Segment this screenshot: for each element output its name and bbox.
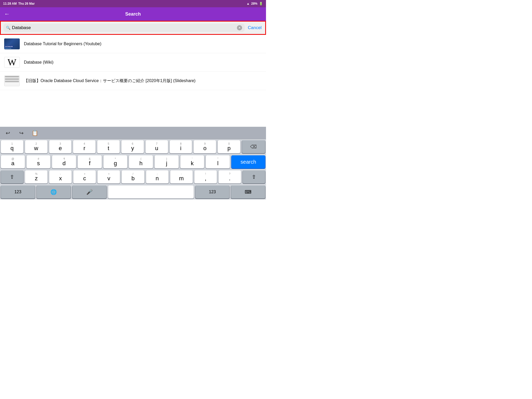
numbers-key-right[interactable]: 123 (195, 185, 230, 198)
key-r[interactable]: 4 r (73, 140, 96, 153)
keyboard: ↩ ↪ 📋 1 q 2 w 3 e 4 r 5 t 6 y 7 (0, 127, 266, 200)
paste-button[interactable]: 📋 (30, 128, 39, 138)
key-period[interactable]: ? . (218, 170, 241, 183)
search-icon: 🔍 (6, 26, 10, 30)
key-o[interactable]: 9 o (194, 140, 216, 153)
key-i[interactable]: 8 i (170, 140, 192, 153)
search-input[interactable] (12, 25, 235, 30)
key-g[interactable]: * g (103, 155, 128, 168)
key-a[interactable]: @ a (1, 155, 25, 168)
key-q[interactable]: 1 q (1, 140, 23, 153)
keyboard-row-3: ⇧ % z - x + c = v / b ; n : m (0, 169, 266, 184)
key-v[interactable]: = v (97, 170, 120, 183)
nav-bar: ← Search (0, 7, 266, 21)
clear-button[interactable]: × (237, 25, 242, 30)
backspace-key[interactable]: ⌫ (242, 140, 265, 153)
search-bar: 🔍 × Cancel (0, 21, 266, 35)
key-p[interactable]: 0 p (218, 140, 240, 153)
globe-key[interactable]: 🌐 (37, 185, 71, 198)
key-t[interactable]: 5 t (97, 140, 120, 153)
hide-keyboard-key[interactable]: ⌨ (231, 185, 265, 198)
results-list: DATABASE OVERVIEW Database Tutorial for … (0, 35, 266, 90)
key-u[interactable]: 7 u (145, 140, 168, 153)
page-title: Search (125, 11, 141, 17)
key-s[interactable]: # s (26, 155, 51, 168)
wifi-icon: ▲ (247, 2, 250, 5)
key-w[interactable]: 2 w (25, 140, 48, 153)
shift-left-key[interactable]: ⇧ (1, 170, 23, 183)
key-b[interactable]: / b (122, 170, 144, 183)
key-m[interactable]: : m (170, 170, 193, 183)
microphone-key[interactable]: 🎤 (72, 185, 107, 198)
key-e[interactable]: 3 e (49, 140, 72, 153)
key-k[interactable]: ' k (180, 155, 204, 168)
back-button[interactable]: ← (4, 11, 10, 17)
key-d[interactable]: ₹ d (52, 155, 76, 168)
result-thumbnail-youtube: DATABASE OVERVIEW (4, 38, 20, 49)
space-key[interactable] (108, 185, 194, 198)
key-c[interactable]: + c (73, 170, 96, 183)
key-comma[interactable]: ! , (194, 170, 217, 183)
search-input-container: 🔍 × (3, 24, 245, 32)
keyboard-row-1: 1 q 2 w 3 e 4 r 5 t 6 y 7 u 8 i (0, 139, 266, 154)
shift-right-key[interactable]: ⇧ (243, 170, 265, 183)
key-f[interactable]: & f (78, 155, 102, 168)
list-item[interactable]: DATABASE OVERVIEW Database Tutorial for … (0, 35, 266, 53)
key-y[interactable]: 6 y (121, 140, 144, 153)
key-z[interactable]: % z (25, 170, 48, 183)
result-thumbnail-wiki: W (4, 57, 20, 68)
numbers-key-left[interactable]: 123 (1, 185, 35, 198)
key-x[interactable]: - x (49, 170, 72, 183)
list-item[interactable]: 【旧版】Oracle Database Cloud Service：サービス概要… (0, 72, 266, 90)
list-item[interactable]: W Database (Wiki) (0, 53, 266, 72)
cancel-button[interactable]: Cancel (247, 25, 263, 30)
key-l[interactable]: " l (206, 155, 230, 168)
key-n[interactable]: ; n (146, 170, 169, 183)
status-date: Thu 26 Mar (18, 2, 35, 5)
result-thumbnail-slide (4, 75, 20, 86)
undo-button[interactable]: ↩ (3, 128, 12, 138)
keyboard-row-2: @ a # s ₹ d & f * g ( h ) j ' k (0, 154, 266, 169)
result-title: 【旧版】Oracle Database Cloud Service：サービス概要… (24, 78, 262, 84)
result-title: Database (Wiki) (24, 60, 262, 65)
redo-button[interactable]: ↪ (17, 128, 26, 138)
key-h[interactable]: ( h (129, 155, 153, 168)
battery-icon: 🔋 (259, 2, 263, 5)
keyboard-row-bottom: 123 🌐 🎤 123 ⌨ (0, 184, 266, 200)
key-j[interactable]: ) j (155, 155, 179, 168)
keyboard-toolbar: ↩ ↪ 📋 (0, 127, 266, 139)
result-title: Database Tutorial for Beginners (Youtube… (24, 41, 262, 47)
status-bar: 11:28 AM Thu 26 Mar ▲ 28% 🔋 (0, 0, 266, 7)
status-time: 11:28 AM (3, 2, 17, 5)
search-key[interactable]: search (231, 155, 265, 168)
battery-level: 28% (251, 2, 257, 5)
